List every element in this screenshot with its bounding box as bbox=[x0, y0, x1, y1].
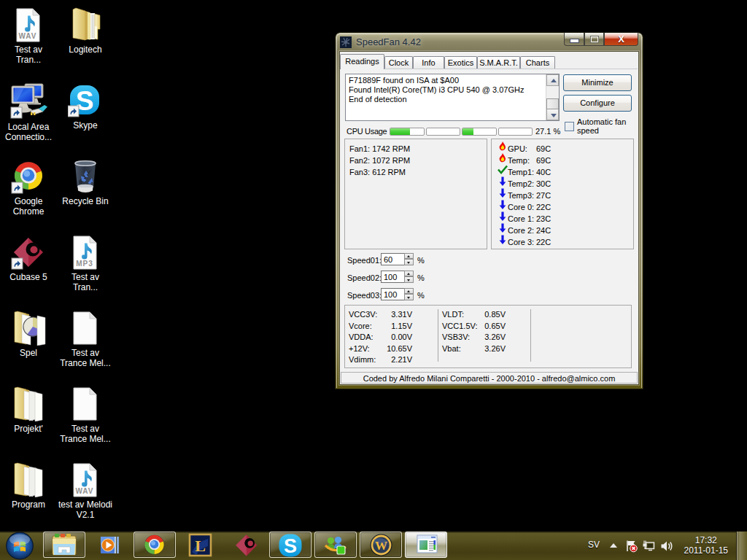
svg-text:L: L bbox=[195, 537, 206, 555]
svg-text:MP3: MP3 bbox=[76, 260, 93, 268]
svg-text:WAV: WAV bbox=[75, 487, 93, 495]
svg-text:WAV: WAV bbox=[18, 32, 36, 40]
svg-text:S: S bbox=[284, 535, 297, 557]
svg-text:W: W bbox=[375, 539, 387, 553]
